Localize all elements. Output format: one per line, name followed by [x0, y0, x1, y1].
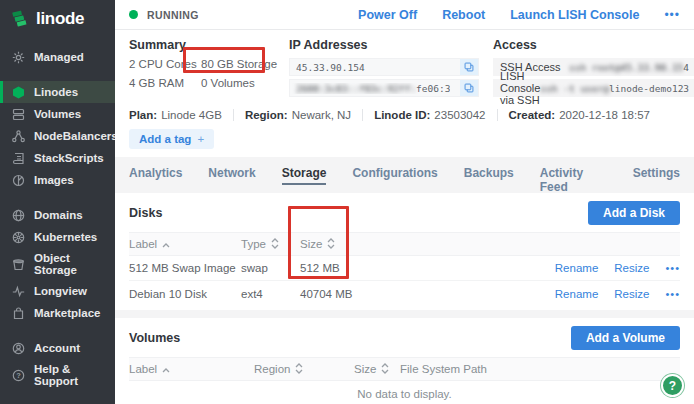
tab-backups[interactable]: Backups [464, 166, 514, 185]
volumes-icon [11, 107, 25, 121]
rename-disk-button[interactable]: Rename [555, 288, 598, 300]
lish-redacted: ssh -t user@ [540, 83, 609, 94]
add-disk-button[interactable]: Add a Disk [588, 201, 680, 225]
access-title: Access [493, 38, 694, 52]
rename-disk-button[interactable]: Rename [555, 262, 598, 274]
nav-group-managed: Managed [0, 46, 115, 68]
lish-ssh-row: LISH Console via SSH ssh -t user@linode-… [493, 79, 694, 97]
summary-cpu: 2 CPU Cores [129, 58, 201, 70]
disks-table-header: Label Type Size [129, 232, 680, 256]
sidebar-item-marketplace[interactable]: Marketplace [0, 302, 115, 324]
disks-card: Disks Add a Disk Label Type Size [115, 193, 694, 310]
ip-addresses-panel: IP Addresses 45.33.90.154 2600:3c03::f03… [289, 38, 479, 100]
logo-text: linode [36, 9, 84, 29]
volumes-col-path: File System Path [400, 363, 680, 375]
kubernetes-icon [11, 230, 25, 244]
reboot-button[interactable]: Reboot [442, 8, 485, 22]
ipv4-row: 45.33.90.154 [289, 58, 479, 76]
marketplace-icon [11, 306, 25, 320]
domains-icon [11, 208, 25, 222]
sidebar-item-object-storage[interactable]: Object Storage [0, 248, 115, 280]
disk-label: 512 MB Swap Image [129, 262, 241, 274]
ipv6-visible: fe06:3 [416, 83, 450, 94]
tab-activity-feed[interactable]: Activity Feed [540, 166, 607, 185]
sidebar-item-images[interactable]: Images [0, 169, 115, 191]
running-status-dot [129, 10, 138, 19]
tab-network[interactable]: Network [208, 166, 255, 185]
sidebar-item-label: Volumes [34, 108, 81, 120]
tab-configurations[interactable]: Configurations [352, 166, 437, 185]
linode-logo[interactable]: linode [0, 0, 115, 33]
linode-summary-card: Summary 2 CPU Cores 80 GB Storage 4 GB R… [115, 30, 694, 157]
linode-meta-row: Plan:Linode 4GB Region:Newark, NJ Linode… [129, 109, 680, 121]
summary-storage: 80 GB Storage [201, 58, 289, 70]
sidebar-item-volumes[interactable]: Volumes [0, 103, 115, 125]
ipv4-address: 45.33.90.154 [290, 62, 365, 73]
disk-label: Debian 10 Disk [129, 288, 241, 300]
summary-panel: Summary 2 CPU Cores 80 GB Storage 4 GB R… [129, 38, 289, 100]
sidebar-item-label: StackScripts [34, 152, 104, 164]
add-volume-button[interactable]: Add a Volume [571, 326, 680, 350]
copy-ipv4-button[interactable] [460, 59, 478, 75]
disks-col-type[interactable]: Type [241, 238, 300, 251]
longview-icon [11, 284, 25, 298]
sidebar-item-label: Account [34, 342, 80, 354]
sidebar-item-label: Domains [34, 209, 83, 221]
sort-icon [295, 363, 303, 376]
ipv6-row: 2600:3c03::f03c:92ff:fe06:3 [289, 79, 479, 97]
volumes-col-size[interactable]: Size [354, 363, 400, 376]
volumes-col-region[interactable]: Region [254, 363, 354, 376]
help-bubble-button[interactable]: ? [661, 374, 684, 397]
tab-analytics[interactable]: Analytics [129, 166, 182, 185]
disks-col-label[interactable]: Label [129, 238, 241, 250]
lish-ssh-value: ssh -t user@linode-demo123 [540, 83, 689, 94]
nav-group-services: Domains Kubernetes Object Storage Longvi… [0, 204, 115, 324]
sidebar: linode Managed Linodes Volumes [0, 0, 115, 404]
sidebar-item-kubernetes[interactable]: Kubernetes [0, 226, 115, 248]
sidebar-item-stackscripts[interactable]: StackScripts [0, 147, 115, 169]
disk-more-button[interactable]: ••• [665, 288, 680, 300]
disks-title: Disks [129, 206, 162, 220]
power-off-button[interactable]: Power Off [358, 8, 417, 22]
sidebar-item-managed[interactable]: Managed [0, 46, 115, 68]
sidebar-item-help-support[interactable]: ? Help & Support [0, 359, 115, 391]
disk-row-debian: Debian 10 Disk ext4 40704 MB Rename Resi… [129, 281, 680, 306]
sidebar-item-label: Longview [34, 285, 87, 297]
status-label: RUNNING [147, 9, 199, 21]
resize-disk-button[interactable]: Resize [614, 262, 649, 274]
tab-settings[interactable]: Settings [633, 166, 680, 185]
sidebar-item-label: Object Storage [34, 252, 111, 276]
launch-lish-console-button[interactable]: Launch LISH Console [510, 8, 639, 22]
sidebar-item-label: NodeBalancers [34, 130, 118, 142]
sidebar-item-account[interactable]: Account [0, 337, 115, 359]
disks-col-size[interactable]: Size [300, 238, 420, 251]
sort-asc-icon [162, 238, 170, 250]
sort-icon [381, 363, 389, 376]
disk-size: 512 MB [300, 262, 420, 274]
sidebar-item-label: Managed [34, 51, 84, 63]
add-tag-button[interactable]: Add a tag+ [129, 129, 214, 149]
sidebar-item-label: Linodes [34, 86, 78, 98]
sort-asc-icon [162, 363, 170, 375]
ssh-redacted: ssh root@45.33.90.15 [569, 62, 683, 73]
sidebar-item-label: Help & Support [34, 363, 111, 387]
nodebalancers-icon [11, 129, 25, 143]
disk-more-button[interactable]: ••• [665, 262, 680, 274]
tab-storage[interactable]: Storage [282, 166, 327, 185]
sidebar-item-nodebalancers[interactable]: NodeBalancers [0, 125, 115, 147]
linodes-icon [11, 85, 25, 99]
sidebar-item-linodes[interactable]: Linodes [0, 81, 115, 103]
more-actions-button[interactable]: ••• [664, 8, 680, 22]
sidebar-item-domains[interactable]: Domains [0, 204, 115, 226]
copy-ipv6-button[interactable] [460, 80, 478, 96]
managed-icon [11, 50, 25, 64]
disk-type: ext4 [241, 288, 300, 300]
volumes-col-label[interactable]: Label [129, 363, 254, 375]
linode-status-bar: RUNNING Power Off Reboot Launch LISH Con… [115, 0, 694, 30]
ip-addresses-title: IP Addresses [289, 38, 479, 52]
volumes-title: Volumes [129, 331, 180, 345]
nav-group-account: Account ? Help & Support [0, 337, 115, 391]
sidebar-item-label: Marketplace [34, 307, 100, 319]
resize-disk-button[interactable]: Resize [614, 288, 649, 300]
sidebar-item-longview[interactable]: Longview [0, 280, 115, 302]
